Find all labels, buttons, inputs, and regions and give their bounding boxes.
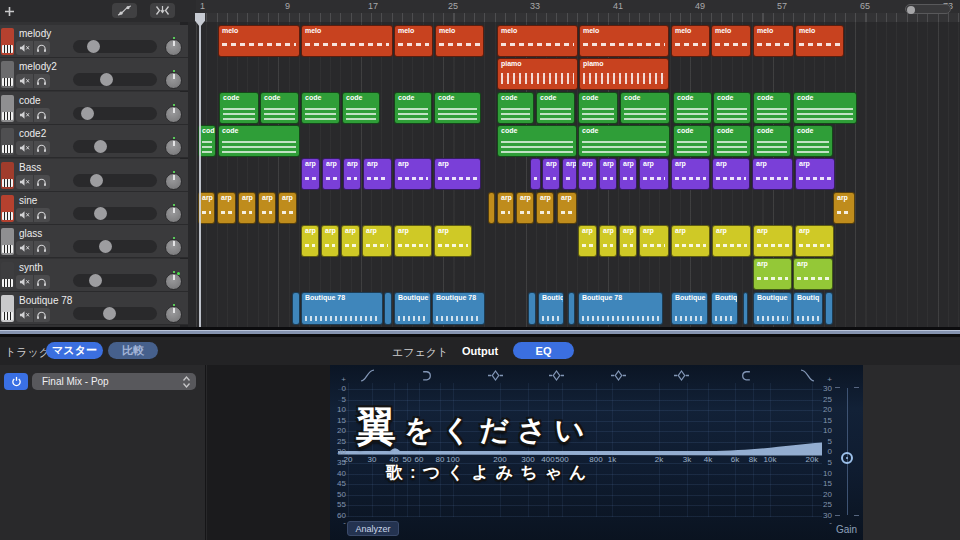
volume-slider-thumb[interactable] — [94, 207, 107, 220]
midi-region[interactable] — [528, 292, 536, 325]
midi-region[interactable]: arp — [394, 158, 432, 190]
midi-region[interactable] — [568, 292, 575, 325]
midi-region[interactable] — [488, 192, 495, 224]
track-header-code2[interactable]: code2 — [0, 125, 188, 158]
arrange-area[interactable]: melomelomelomelomelomelomelomelomelomelo… — [196, 22, 960, 327]
midi-region[interactable]: arp — [599, 225, 617, 257]
volume-slider-thumb[interactable] — [99, 240, 112, 253]
midi-region[interactable]: code — [713, 92, 751, 124]
midi-region[interactable]: arp — [619, 158, 637, 190]
midi-region[interactable]: arp — [497, 192, 514, 224]
midi-region[interactable]: Boutiq — [711, 292, 738, 325]
midi-region[interactable]: arp — [557, 192, 577, 224]
volume-slider[interactable] — [73, 207, 157, 220]
solo-button[interactable] — [34, 41, 51, 55]
midi-region[interactable]: arp — [578, 225, 597, 257]
mute-button[interactable] — [16, 74, 34, 88]
solo-button[interactable] — [34, 308, 51, 322]
tab-compare[interactable]: 比較 — [108, 342, 158, 359]
eq-band-bell-icon[interactable] — [674, 368, 689, 383]
midi-region[interactable]: melo — [301, 25, 393, 57]
midi-region[interactable]: arp — [198, 192, 215, 224]
volume-slider[interactable] — [73, 240, 157, 253]
midi-region[interactable]: arp — [434, 158, 481, 190]
midi-region[interactable]: code — [620, 92, 670, 124]
midi-region[interactable]: arp — [639, 225, 669, 257]
mute-button[interactable] — [16, 141, 34, 155]
volume-slider-thumb[interactable] — [103, 307, 116, 320]
midi-region[interactable]: melo — [795, 25, 844, 57]
midi-region[interactable]: arp — [322, 158, 341, 190]
pan-knob[interactable] — [165, 206, 182, 223]
midi-region[interactable]: arp — [238, 192, 256, 224]
eq-band-highshelf-icon[interactable] — [737, 368, 752, 383]
tab-output[interactable]: Output — [462, 345, 498, 357]
eq-band-lowcut-icon[interactable] — [360, 368, 375, 383]
midi-region[interactable]: arp — [542, 158, 560, 190]
midi-region[interactable]: arp — [217, 192, 236, 224]
midi-region[interactable]: arp — [301, 158, 320, 190]
midi-region[interactable]: code — [673, 92, 712, 124]
solo-button[interactable] — [34, 175, 51, 189]
track-header-bass[interactable]: Bass — [0, 159, 188, 192]
gain-knob[interactable] — [841, 452, 853, 464]
midi-region[interactable] — [530, 158, 541, 190]
mute-button[interactable] — [16, 241, 34, 255]
plugin-power-button[interactable] — [4, 373, 28, 390]
midi-region[interactable]: melo — [753, 25, 794, 57]
volume-slider-thumb[interactable] — [87, 40, 100, 53]
midi-region[interactable] — [743, 292, 748, 325]
midi-region[interactable]: arp — [619, 225, 637, 257]
volume-slider-thumb[interactable] — [81, 107, 94, 120]
volume-slider[interactable] — [73, 73, 157, 86]
midi-region[interactable]: code — [578, 125, 670, 157]
midi-region[interactable]: Boutique 78 — [578, 292, 663, 325]
midi-region[interactable]: arp — [562, 158, 577, 190]
pan-knob[interactable] — [165, 306, 182, 323]
midi-region[interactable]: melo — [671, 25, 710, 57]
midi-region[interactable]: melo — [218, 25, 300, 57]
tab-effects[interactable]: エフェクト — [392, 345, 448, 360]
midi-region[interactable]: arp — [712, 225, 751, 257]
midi-region[interactable] — [292, 292, 300, 325]
midi-region[interactable]: Boutique — [671, 292, 708, 325]
midi-region[interactable]: cod — [198, 125, 216, 157]
midi-region[interactable]: code — [753, 125, 791, 157]
track-header-sine[interactable]: sine — [0, 192, 188, 225]
midi-region[interactable]: code — [578, 92, 618, 124]
midi-region[interactable]: arp — [752, 158, 793, 190]
catch-playhead-button[interactable] — [150, 3, 175, 18]
midi-region[interactable]: code — [394, 92, 432, 124]
solo-button[interactable] — [34, 141, 51, 155]
midi-region[interactable]: piamo — [497, 58, 578, 90]
track-header-code[interactable]: code — [0, 92, 188, 125]
midi-region[interactable]: arp — [301, 225, 319, 257]
midi-region[interactable]: code — [497, 125, 577, 157]
solo-button[interactable] — [34, 108, 51, 122]
eq-band-bell-icon[interactable] — [488, 368, 503, 383]
midi-region[interactable]: code — [793, 92, 857, 124]
midi-region[interactable]: code — [713, 125, 751, 157]
midi-region[interactable]: code — [434, 92, 481, 124]
midi-region[interactable]: arp — [278, 192, 297, 224]
midi-region[interactable]: arp — [599, 158, 617, 190]
midi-region[interactable]: code — [793, 125, 833, 157]
volume-slider[interactable] — [73, 274, 157, 287]
midi-region[interactable]: arp — [833, 192, 855, 224]
eq-band-lowshelf-icon[interactable] — [421, 368, 436, 383]
midi-region[interactable]: Boutiq — [793, 292, 823, 325]
midi-region[interactable]: code — [218, 125, 300, 157]
midi-region[interactable]: arp — [712, 158, 750, 190]
mute-button[interactable] — [16, 108, 34, 122]
volume-slider-thumb[interactable] — [94, 140, 107, 153]
bar-ruler[interactable]: 191725334149576573 — [196, 0, 960, 22]
mute-button[interactable] — [16, 208, 34, 222]
midi-region[interactable]: arp — [578, 158, 597, 190]
midi-region[interactable]: Boutique 78 — [432, 292, 485, 325]
midi-region[interactable] — [825, 292, 833, 325]
midi-region[interactable]: arp — [363, 158, 392, 190]
pane-divider[interactable] — [0, 327, 960, 337]
tab-track[interactable]: トラック — [5, 345, 50, 360]
pan-knob[interactable] — [165, 72, 182, 89]
midi-region[interactable]: Boutique — [753, 292, 792, 325]
